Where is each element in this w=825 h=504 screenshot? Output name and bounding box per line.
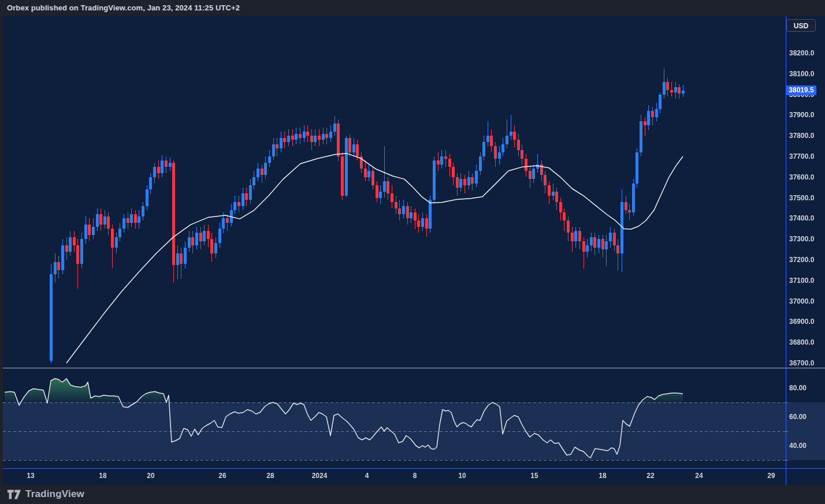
time-axis-label: 2024: [312, 471, 328, 480]
time-axis-label: 28: [266, 471, 274, 480]
time-axis-label: 24: [695, 471, 703, 480]
price-axis-label: 37600.0: [789, 173, 814, 182]
price-axis-label: 37000.0: [789, 297, 814, 306]
price-axis-label: 37500.0: [789, 193, 814, 203]
footer-bar: TradingView: [0, 485, 825, 504]
rsi-axis-label: 80.00: [789, 383, 807, 393]
price-axis-label: 37900.0: [789, 110, 814, 120]
attribution-text: Orbex published on TradingView.com, Jan …: [7, 3, 240, 12]
time-axis-label: 22: [646, 471, 654, 480]
rsi-axis-label: 40.00: [789, 441, 807, 450]
price-axis-label: 37800.0: [789, 131, 814, 140]
time-axis-label: 15: [530, 471, 538, 480]
time-axis-label: 10: [458, 471, 466, 480]
time-axis-label: 20: [147, 471, 154, 480]
price-axis-label: 37300.0: [789, 234, 814, 244]
price-axis-label: 37200.0: [789, 255, 814, 264]
last-price-badge: 38019.5: [786, 85, 816, 95]
tradingview-brand-text: TradingView: [25, 488, 84, 500]
tradingview-logo[interactable]: TradingView: [7, 488, 84, 500]
currency-button[interactable]: USD: [786, 19, 816, 32]
time-axis-label: 18: [99, 471, 106, 480]
price-axis-label: 37100.0: [789, 276, 814, 285]
chart-left-frame: [0, 16, 3, 485]
price-axis-label: 38200.0: [789, 48, 814, 58]
rsi-axis-label: 60.00: [789, 412, 807, 421]
price-axis-label: 36900.0: [789, 317, 814, 326]
time-axis-label: 4: [365, 471, 369, 480]
price-axis-label: 36800.0: [789, 338, 814, 347]
tradingview-screenshot: Orbex published on TradingView.com, Jan …: [0, 0, 825, 504]
attribution-bar: Orbex published on TradingView.com, Jan …: [0, 0, 825, 16]
tradingview-icon: [7, 489, 21, 500]
chart-area[interactable]: USD 38019.5 38200.038100.038000.037900.0…: [0, 16, 825, 485]
time-axis-label: 26: [218, 471, 226, 480]
time-axis-label: 13: [27, 471, 34, 480]
price-chart-canvas[interactable]: [0, 16, 825, 485]
time-axis-label: 8: [413, 471, 417, 480]
time-axis-label: 18: [599, 471, 606, 480]
time-axis-label: 29: [767, 471, 775, 480]
price-axis-label: 38100.0: [789, 69, 814, 79]
price-axis-label: 37400.0: [789, 214, 814, 223]
price-axis-label: 36700.0: [789, 359, 814, 368]
price-axis-label: 37700.0: [789, 152, 814, 161]
